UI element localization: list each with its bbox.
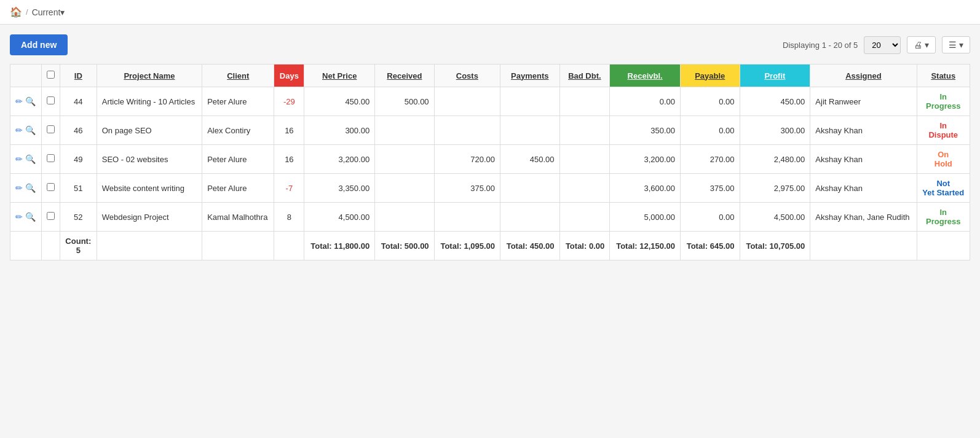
row-received (375, 145, 434, 174)
search-icon[interactable]: 🔍 (25, 154, 36, 164)
row-payments: 450.00 (500, 145, 559, 174)
table-row: ✏ 🔍 52Webdesign ProjectKamal Malhothra84… (10, 203, 970, 232)
row-assigned: Akshay Khan (810, 174, 917, 203)
add-new-button[interactable]: Add new (10, 34, 68, 55)
row-checkbox[interactable] (47, 212, 55, 220)
row-checkbox-cell[interactable] (41, 116, 60, 145)
row-project-name: On page SEO (97, 116, 202, 145)
row-days: 16 (274, 116, 304, 145)
row-payable: 0.00 (681, 87, 740, 116)
table-row: ✏ 🔍 46On page SEOAlex Contiry16300.00350… (10, 116, 970, 145)
edit-icon[interactable]: ✏ (15, 125, 23, 135)
table-row: ✏ 🔍 51Website content writingPeter Alure… (10, 174, 970, 203)
footer-cell (10, 232, 42, 260)
table-footer-row: Count:5Total: 11,800.00Total: 500.00Tota… (10, 232, 970, 260)
row-costs: 720.00 (434, 145, 500, 174)
costs-header[interactable]: Costs (434, 65, 500, 87)
row-net-price: 3,350.00 (304, 174, 375, 203)
row-costs (434, 116, 500, 145)
row-checkbox-cell[interactable] (41, 203, 60, 232)
search-icon[interactable]: 🔍 (25, 96, 36, 106)
row-status: NotYet Started (917, 174, 970, 203)
client-header[interactable]: Client (202, 65, 274, 87)
row-status: InDispute (917, 116, 970, 145)
assigned-header[interactable]: Assigned (810, 65, 917, 87)
project-name-header[interactable]: Project Name (97, 65, 202, 87)
net-price-header[interactable]: Net Price (304, 65, 375, 87)
row-receivbl: 0.00 (610, 87, 681, 116)
row-profit: 300.00 (740, 116, 810, 145)
row-id: 44 (60, 87, 97, 116)
print-button[interactable]: 🖨 ▾ (907, 36, 936, 53)
action-cell: ✏ 🔍 (10, 87, 42, 116)
search-icon[interactable]: 🔍 (25, 212, 36, 222)
payments-header[interactable]: Payments (500, 65, 559, 87)
view-toggle-button[interactable]: ☰ ▾ (942, 36, 970, 53)
row-checkbox-cell[interactable] (41, 174, 60, 203)
row-net-price: 4,500.00 (304, 203, 375, 232)
select-all-header[interactable] (41, 65, 60, 87)
row-bad-dbt (559, 174, 610, 203)
home-icon[interactable]: 🏠 (10, 6, 22, 18)
edit-icon[interactable]: ✏ (15, 183, 23, 193)
row-days: -29 (274, 87, 304, 116)
footer-cell (810, 232, 917, 260)
per-page-select[interactable]: 10 20 50 100 (864, 36, 901, 54)
projects-table: ID Project Name Client Days Net Price Re… (10, 64, 970, 260)
row-payments (500, 116, 559, 145)
row-status: InProgress (917, 203, 970, 232)
search-icon[interactable]: 🔍 (25, 183, 36, 193)
row-assigned: Akshay Khan (810, 116, 917, 145)
row-payable: 0.00 (681, 203, 740, 232)
row-payable: 375.00 (681, 174, 740, 203)
row-client: Kamal Malhothra (202, 203, 274, 232)
footer-cell: Total: 0.00 (559, 232, 610, 260)
row-bad-dbt (559, 145, 610, 174)
row-checkbox-cell[interactable] (41, 87, 60, 116)
select-all-checkbox[interactable] (47, 71, 55, 79)
row-costs (434, 203, 500, 232)
payable-header[interactable]: Payable (681, 65, 740, 87)
id-header[interactable]: ID (60, 65, 97, 87)
row-net-price: 300.00 (304, 116, 375, 145)
edit-icon[interactable]: ✏ (15, 212, 23, 222)
row-checkbox[interactable] (47, 183, 55, 191)
breadcrumb-separator: / (26, 7, 28, 17)
row-received: 500.00 (375, 87, 434, 116)
row-days: 8 (274, 203, 304, 232)
receivbl-header[interactable]: Receivbl. (610, 65, 681, 87)
row-receivbl: 5,000.00 (610, 203, 681, 232)
row-id: 51 (60, 174, 97, 203)
row-project-name: SEO - 02 websites (97, 145, 202, 174)
row-checkbox-cell[interactable] (41, 145, 60, 174)
row-checkbox[interactable] (47, 96, 55, 104)
row-payments (500, 203, 559, 232)
row-checkbox[interactable] (47, 154, 55, 162)
row-client: Peter Alure (202, 87, 274, 116)
row-receivbl: 3,600.00 (610, 174, 681, 203)
row-checkbox[interactable] (47, 125, 55, 133)
row-payable: 0.00 (681, 116, 740, 145)
footer-cell (202, 232, 274, 260)
status-header[interactable]: Status (917, 65, 970, 87)
row-profit: 2,480.00 (740, 145, 810, 174)
row-costs (434, 87, 500, 116)
edit-icon[interactable]: ✏ (15, 154, 23, 164)
row-id: 46 (60, 116, 97, 145)
footer-cell (274, 232, 304, 260)
profit-header[interactable]: Profit (740, 65, 810, 87)
row-project-name: Webdesign Project (97, 203, 202, 232)
edit-icon[interactable]: ✏ (15, 96, 23, 106)
top-bar: 🏠 / Current▾ (0, 0, 980, 25)
footer-cell: Total: 450.00 (500, 232, 559, 260)
row-status: OnHold (917, 145, 970, 174)
footer-cell: Total: 645.00 (681, 232, 740, 260)
breadcrumb-current[interactable]: Current▾ (32, 7, 65, 17)
row-client: Peter Alure (202, 174, 274, 203)
received-header[interactable]: Received (375, 65, 434, 87)
bad-dbt-header[interactable]: Bad Dbt. (559, 65, 610, 87)
row-bad-dbt (559, 203, 610, 232)
displaying-text: Displaying 1 - 20 of 5 (783, 41, 858, 50)
days-header[interactable]: Days (274, 65, 304, 87)
search-icon[interactable]: 🔍 (25, 125, 36, 135)
